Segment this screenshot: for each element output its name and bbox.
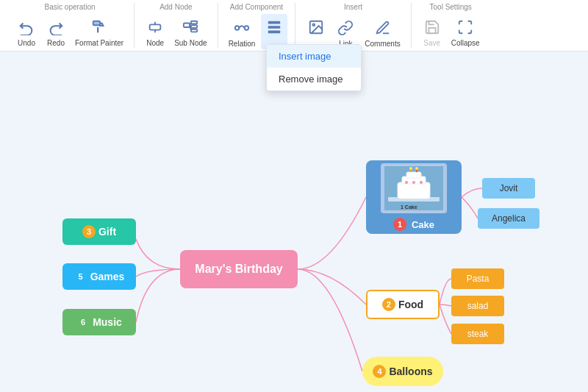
undo-button[interactable]: Undo: [13, 14, 40, 49]
image-icon: [306, 17, 326, 38]
comments-icon: [373, 18, 393, 38]
jovit-node[interactable]: Jovit: [482, 178, 535, 199]
svg-point-18: [313, 24, 315, 26]
undo-icon: [16, 17, 37, 38]
format-painter-icon: [89, 17, 110, 38]
node-icon: [145, 17, 165, 38]
svg-rect-21: [398, 182, 430, 199]
games-badge: 5: [74, 270, 87, 283]
svg-rect-23: [406, 172, 421, 178]
group-basic-operation-items: Undo Redo Format Painter: [13, 14, 126, 49]
music-label: Music: [93, 316, 122, 328]
svg-point-29: [409, 167, 412, 170]
group-insert: Insert Link Comments: [295, 3, 411, 48]
cake-label: Cake: [412, 219, 434, 230]
relation-icon: [232, 18, 252, 38]
group-tool-settings-label: Tool Settings: [430, 3, 472, 11]
relation-label: Relation: [229, 40, 256, 48]
gift-node[interactable]: 3 Gift: [62, 218, 136, 245]
svg-point-12: [235, 26, 240, 30]
food-label: Food: [398, 299, 423, 310]
collapse-icon: [455, 17, 476, 38]
sub-node-icon: [180, 17, 201, 38]
food-node[interactable]: 2 Food: [366, 290, 440, 319]
comments-button[interactable]: Comments: [362, 15, 403, 49]
collapse-button[interactable]: Collapse: [448, 14, 483, 49]
svg-text:1 Cake: 1 Cake: [401, 204, 417, 210]
group-insert-label: Insert: [344, 3, 362, 11]
salad-label: salad: [467, 301, 489, 311]
relation-button[interactable]: Relation: [226, 15, 259, 49]
svg-rect-16: [268, 31, 281, 34]
balloons-node[interactable]: 4 Balloons: [362, 357, 443, 386]
central-node[interactable]: Mary's Birthday: [180, 250, 298, 288]
group-add-node-items: Node Sub Node: [142, 14, 209, 49]
svg-point-13: [245, 26, 249, 30]
balloons-label: Balloons: [389, 366, 432, 377]
steak-node[interactable]: steak: [451, 324, 504, 344]
group-basic-operation-label: Basic operation: [45, 3, 96, 11]
salad-node[interactable]: salad: [451, 296, 504, 316]
cake-node[interactable]: 1 Cake 1 Cake: [366, 160, 462, 234]
pasta-label: Pasta: [467, 274, 490, 284]
sub-node-label: Sub Node: [174, 39, 207, 47]
food-badge: 2: [382, 298, 395, 311]
svg-point-30: [415, 167, 418, 170]
svg-rect-0: [93, 21, 100, 26]
gift-badge: 3: [82, 225, 96, 238]
group-add-node-label: Add Node: [159, 3, 192, 11]
group-add-node: Add Node Node Sub Node: [135, 3, 218, 48]
dropdown-menu: Insert image Remove image: [266, 44, 362, 91]
balloons-badge: 4: [373, 365, 386, 378]
games-node[interactable]: 5 Games: [62, 263, 136, 290]
group-add-component: Add Component Relation: [218, 3, 296, 48]
svg-rect-7: [191, 25, 197, 28]
link-icon: [335, 18, 356, 38]
format-painter-label: Format Painter: [75, 39, 123, 47]
remove-image-item[interactable]: Remove image: [267, 68, 361, 90]
cake-badge: 1: [393, 218, 406, 231]
svg-rect-6: [191, 21, 197, 24]
cake-image: 1 Cake: [381, 163, 447, 213]
svg-rect-5: [184, 24, 190, 28]
insert-image-item[interactable]: Insert image: [267, 45, 361, 68]
pasta-node[interactable]: Pasta: [451, 268, 504, 289]
gift-label: Gift: [98, 226, 116, 238]
games-label: Games: [90, 271, 125, 282]
save-button[interactable]: Save: [419, 14, 445, 49]
svg-rect-15: [268, 26, 281, 29]
save-label: Save: [423, 39, 440, 47]
music-node[interactable]: 6 Music: [62, 309, 136, 335]
jovit-label: Jovit: [500, 183, 518, 193]
svg-rect-2: [150, 24, 161, 29]
group-tool-settings: Tool Settings Save Collapse: [412, 3, 490, 48]
svg-point-24: [405, 181, 408, 184]
canvas: Mary's Birthday 3 Gift 5 Games 6 Music: [0, 51, 588, 392]
angelica-node[interactable]: Angelica: [478, 208, 539, 229]
redo-icon: [46, 17, 66, 38]
steak-label: steak: [467, 329, 489, 339]
group-add-component-label: Add Component: [230, 3, 283, 11]
svg-point-25: [412, 181, 415, 184]
svg-point-26: [420, 181, 423, 184]
redo-button[interactable]: Redo: [43, 14, 69, 49]
central-label: Mary's Birthday: [195, 263, 282, 276]
group-basic-operation: Basic operation Undo Redo Format Painter: [6, 3, 135, 48]
save-icon: [422, 17, 442, 38]
angelica-label: Angelica: [492, 213, 526, 224]
node-button[interactable]: Node: [142, 14, 168, 49]
group-tool-settings-items: Save Collapse: [419, 14, 483, 49]
component-icon: [264, 17, 284, 38]
music-badge: 6: [76, 316, 90, 329]
collapse-label: Collapse: [451, 39, 480, 47]
node-label: Node: [146, 39, 164, 47]
undo-label: Undo: [18, 39, 35, 47]
comments-label: Comments: [365, 40, 400, 48]
format-painter-button[interactable]: Format Painter: [72, 14, 126, 49]
svg-rect-14: [268, 21, 281, 24]
svg-rect-8: [191, 29, 197, 32]
redo-label: Redo: [47, 39, 65, 47]
sub-node-button[interactable]: Sub Node: [171, 14, 209, 49]
